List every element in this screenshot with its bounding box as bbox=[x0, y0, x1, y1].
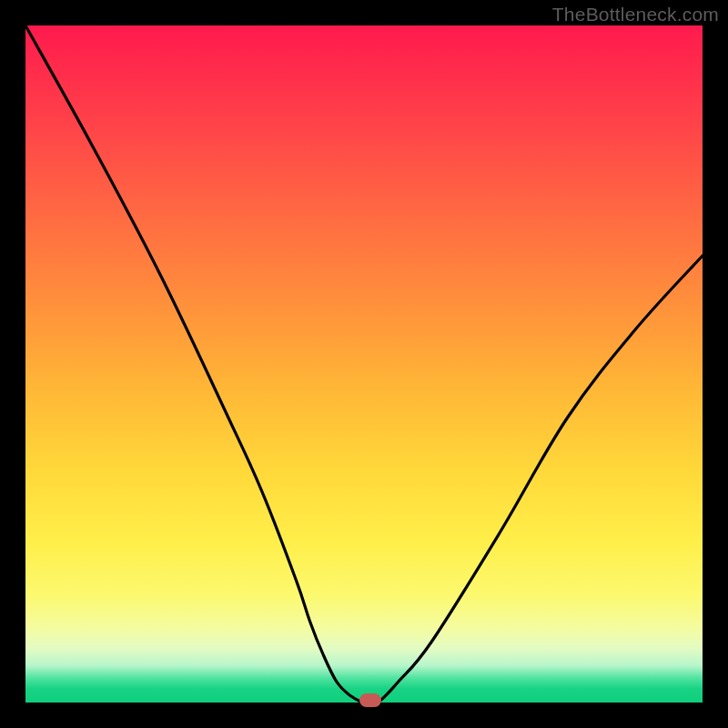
optimal-marker bbox=[359, 693, 381, 707]
bottleneck-curve bbox=[25, 25, 703, 703]
curve-path bbox=[25, 25, 703, 703]
chart-frame: TheBottleneck.com bbox=[0, 0, 728, 728]
watermark-text: TheBottleneck.com bbox=[552, 4, 719, 25]
plot-area bbox=[25, 25, 703, 703]
